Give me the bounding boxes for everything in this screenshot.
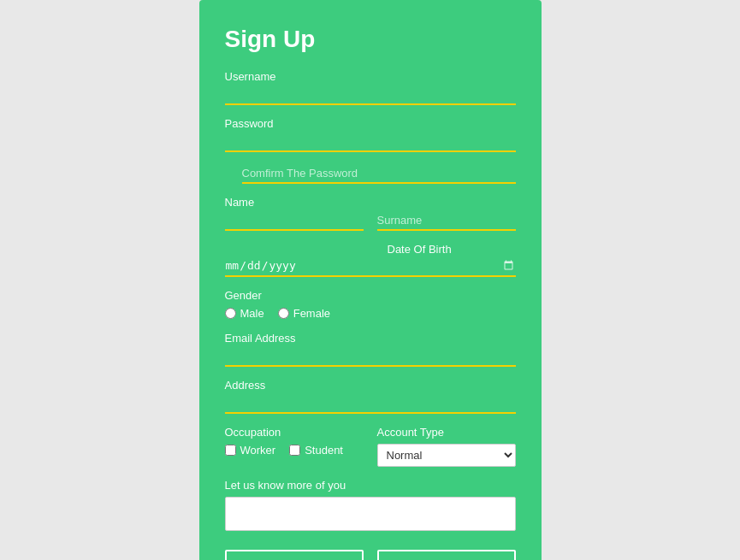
address-label: Address xyxy=(225,379,516,392)
username-input[interactable] xyxy=(225,85,516,105)
password-group: Password xyxy=(225,117,516,152)
dob-label: Date Of Birth xyxy=(388,243,452,256)
name-group: Name xyxy=(225,196,364,231)
surname-label: . xyxy=(377,196,516,209)
account-type-label: Account Type xyxy=(377,426,516,439)
account-type-select[interactable]: Normal Premium Admin xyxy=(377,444,516,467)
student-option[interactable]: Student xyxy=(289,444,343,457)
let-us-know-group: Let us know more of you xyxy=(225,479,516,534)
male-radio[interactable] xyxy=(225,308,236,319)
password-label: Password xyxy=(225,117,516,130)
female-radio[interactable] xyxy=(278,308,289,319)
male-label: Male xyxy=(240,307,264,320)
female-option[interactable]: Female xyxy=(278,307,330,320)
register-button[interactable]: Register xyxy=(225,550,364,560)
surname-input[interactable] xyxy=(377,211,516,231)
let-us-know-textarea[interactable] xyxy=(225,497,516,531)
address-group: Address xyxy=(225,379,516,414)
username-group: Username xyxy=(225,70,516,105)
student-label: Student xyxy=(305,444,343,457)
student-checkbox[interactable] xyxy=(289,445,300,456)
worker-option[interactable]: Worker xyxy=(225,444,276,457)
username-label: Username xyxy=(225,70,516,83)
signup-form: Sign Up Username Password Name . Date Of… xyxy=(199,0,542,560)
name-input[interactable] xyxy=(225,211,364,231)
form-title: Sign Up xyxy=(225,26,516,53)
password-input[interactable] xyxy=(225,133,516,152)
gender-label: Gender xyxy=(225,289,516,302)
let-us-know-label: Let us know more of you xyxy=(225,479,516,492)
name-label: Name xyxy=(225,196,364,209)
female-label: Female xyxy=(293,307,330,320)
occupation-col: Occupation Worker Student xyxy=(225,426,364,467)
confirm-password-input[interactable] xyxy=(242,164,516,184)
button-row: Register Clear xyxy=(225,550,516,560)
email-input[interactable] xyxy=(225,347,516,367)
gender-options: Male Female xyxy=(225,307,516,320)
surname-group: . xyxy=(377,196,516,231)
dob-input[interactable] xyxy=(225,256,516,277)
name-surname-row: Name . xyxy=(225,196,516,243)
email-label: Email Address xyxy=(225,332,516,345)
occupation-checkboxes: Worker Student xyxy=(225,444,364,457)
account-type-col: Account Type Normal Premium Admin xyxy=(377,426,516,467)
male-option[interactable]: Male xyxy=(225,307,264,320)
email-group: Email Address xyxy=(225,332,516,367)
gender-group: Gender Male Female xyxy=(225,289,516,320)
confirm-password-group xyxy=(225,164,516,184)
occupation-account-row: Occupation Worker Student Account Type N… xyxy=(225,426,516,467)
worker-checkbox[interactable] xyxy=(225,445,236,456)
occupation-label: Occupation xyxy=(225,426,364,439)
clear-button[interactable]: Clear xyxy=(377,550,516,560)
address-input[interactable] xyxy=(225,394,516,414)
worker-label: Worker xyxy=(240,444,276,457)
dob-group: Date Of Birth xyxy=(225,243,516,277)
